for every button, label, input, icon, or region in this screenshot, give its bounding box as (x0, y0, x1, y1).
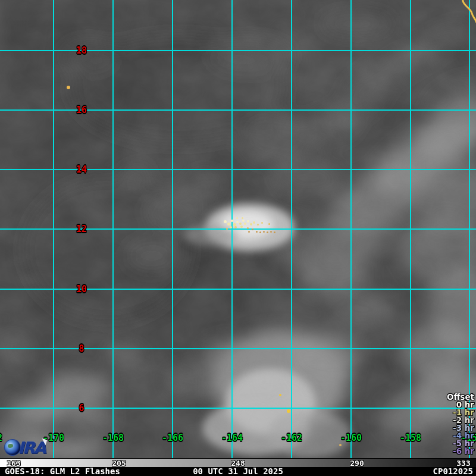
grid-line-horizontal (0, 109, 476, 111)
lightning-flash-dot (259, 231, 261, 233)
latitude-label: 10 (76, 284, 87, 295)
title-bar: GOES-18: GLM L2 Flashes 00 UTC 31 Jul 20… (0, 467, 476, 476)
grid-line-horizontal (0, 50, 476, 51)
longitude-label: -164 (221, 433, 243, 443)
lightning-flash-dot (287, 409, 290, 413)
longitude-label: -158 (400, 433, 421, 443)
lightning-flash-dot (67, 86, 70, 89)
lightning-flash-dot (250, 223, 252, 226)
colorbar-tick-label: 290 (350, 459, 364, 468)
latitude-label: 18 (76, 45, 87, 56)
lightning-flash-dot (257, 224, 259, 226)
lightning-flash-dot (279, 394, 281, 396)
lightning-flash-dot (256, 231, 258, 233)
lightning-flash-dot (242, 220, 245, 222)
grid-line-horizontal (0, 348, 476, 349)
lightning-flash-dot (267, 231, 268, 233)
lightning-flash-dot (247, 220, 249, 223)
lightning-flash-dot (261, 222, 263, 224)
longitude-label: -160 (340, 433, 362, 443)
latitude-label: 16 (76, 105, 87, 115)
offset-legend-items: 0 hr-1 hr-2 hr-3 hr-4 hr-5 hr-6 hr (447, 401, 474, 455)
storm-id: CP012025 (433, 467, 473, 476)
lightning-flash-dot (253, 221, 255, 224)
grid-line-horizontal (0, 228, 476, 230)
lightning-flash-dot (236, 217, 238, 219)
satellite-map: IRA Offset 0 hr-1 hr-2 hr-3 hr-4 hr-5 hr… (0, 0, 476, 458)
grid-line-horizontal (0, 289, 476, 290)
latitude-label: 8 (79, 343, 84, 354)
cira-globe-icon (5, 440, 20, 455)
grid-line-horizontal (0, 408, 476, 409)
lightning-flash-dot (236, 221, 239, 223)
lightning-flash-dot (240, 226, 243, 228)
cira-logo: IRA (5, 438, 45, 457)
latitude-label: 12 (76, 224, 87, 234)
satellite-viewer: IRA Offset 0 hr-1 hr-2 hr-3 hr-4 hr-5 hr… (0, 0, 476, 476)
lightning-flash-dot (227, 223, 230, 226)
lightning-flash-dot (239, 223, 242, 225)
offset-legend: Offset 0 hr-1 hr-2 hr-3 hr-4 hr-5 hr-6 h… (447, 393, 474, 455)
lightning-flash-dot (270, 231, 272, 233)
product-title: GOES-18: GLM L2 Flashes (5, 467, 120, 476)
lightning-flash-dot (268, 223, 270, 225)
longitude-label: -166 (162, 433, 183, 443)
lightning-flash-dot (244, 223, 246, 225)
latitude-label: 14 (76, 164, 87, 175)
longitude-label: -172 (0, 433, 2, 443)
lightning-flash-dot (231, 220, 233, 222)
longitude-label: -168 (102, 433, 124, 443)
lightning-flash-dot (226, 228, 228, 230)
longitude-label: -162 (281, 433, 302, 443)
brightness-temp-colorbar: 163205248290333 (0, 458, 476, 467)
grid-line-horizontal (0, 169, 476, 170)
lightning-flash-dot (224, 220, 227, 223)
lightning-flash-dot (234, 226, 237, 228)
offset-legend-item: -6 hr (447, 447, 474, 455)
lightning-flash-dot (242, 217, 243, 219)
lightning-flash-dot (339, 444, 342, 446)
lightning-flash-dot (248, 231, 250, 233)
timestamp: 00 UTC 31 Jul 2025 (193, 467, 283, 476)
lightning-flash-dot (263, 231, 265, 233)
lightning-flash-dot (247, 227, 249, 229)
lightning-flash-dot (230, 226, 232, 228)
latitude-label: 6 (79, 403, 84, 414)
lightning-flash-dot (274, 231, 275, 233)
lightning-flash-dot (252, 228, 253, 230)
lightning-flash-dot (233, 223, 236, 226)
